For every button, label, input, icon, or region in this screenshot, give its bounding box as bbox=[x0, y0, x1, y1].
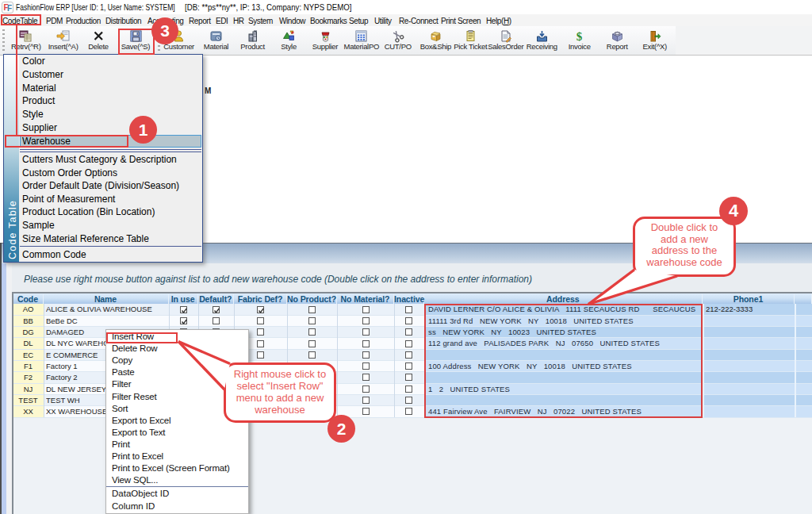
svg-text:Code Table: Code Table bbox=[7, 200, 18, 259]
svg-text:$: $ bbox=[576, 30, 583, 43]
